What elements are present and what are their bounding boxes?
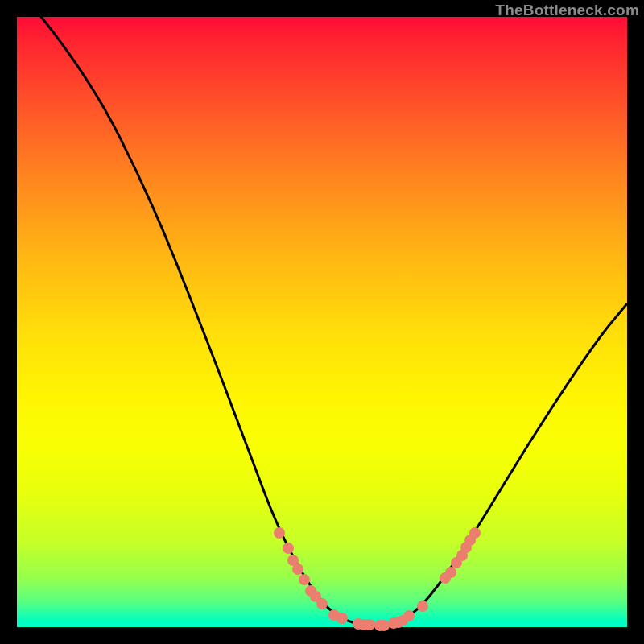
chart-stage: TheBottleneck.com	[0, 0, 644, 644]
chart-plot	[17, 17, 627, 627]
curve-layer	[17, 17, 627, 627]
bottleneck-curve	[41, 17, 627, 625]
